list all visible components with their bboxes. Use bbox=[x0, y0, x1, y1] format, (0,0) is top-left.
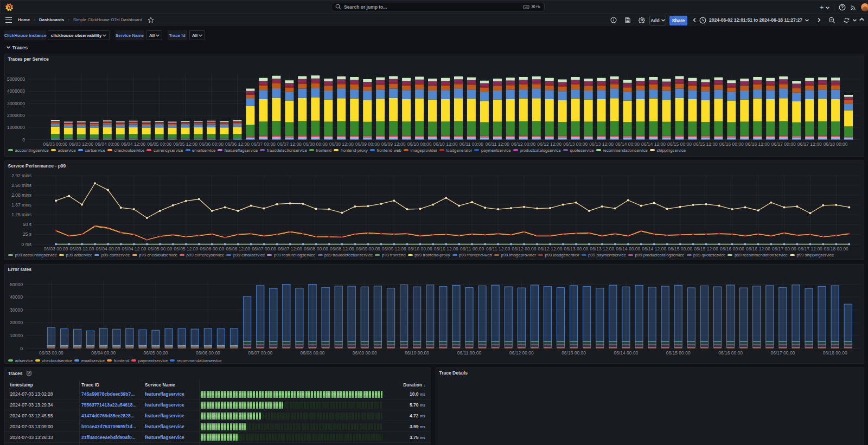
svg-text:06/05 12:00: 06/05 12:00 bbox=[174, 246, 198, 251]
svg-text:06/13 00:00: 06/13 00:00 bbox=[561, 350, 586, 356]
svg-text:06/05 12:00: 06/05 12:00 bbox=[173, 141, 197, 147]
svg-text:06/16 00:00: 06/16 00:00 bbox=[720, 246, 744, 251]
svg-text:06/06 00:00: 06/06 00:00 bbox=[199, 141, 224, 147]
svg-text:06/10 00:00: 06/10 00:00 bbox=[408, 246, 432, 251]
svg-text:5000000: 5000000 bbox=[7, 76, 25, 82]
svg-text:06/07 00:00: 06/07 00:00 bbox=[251, 141, 276, 147]
svg-text:06/14 12:00: 06/14 12:00 bbox=[642, 246, 666, 251]
svg-text:06/03 00:00: 06/03 00:00 bbox=[43, 141, 67, 147]
svg-text:06/06 12:00: 06/06 12:00 bbox=[225, 141, 250, 147]
svg-text:50000: 50000 bbox=[10, 282, 23, 287]
svg-text:06/12 00:00: 06/12 00:00 bbox=[512, 246, 537, 251]
svg-text:06/16 00:00: 06/16 00:00 bbox=[719, 141, 744, 147]
svg-text:06/13 00:00: 06/13 00:00 bbox=[563, 141, 588, 147]
svg-text:06/13 12:00: 06/13 12:00 bbox=[589, 141, 614, 147]
svg-text:06/09 00:00: 06/09 00:00 bbox=[356, 246, 380, 251]
svg-text:06/12 00:00: 06/12 00:00 bbox=[509, 350, 534, 356]
svg-text:2000000: 2000000 bbox=[7, 113, 25, 118]
svg-text:06/10 12:00: 06/10 12:00 bbox=[433, 141, 458, 147]
svg-text:06/14 00:00: 06/14 00:00 bbox=[614, 350, 638, 356]
svg-text:06/08 00:00: 06/08 00:00 bbox=[301, 350, 325, 356]
svg-text:06/06 00:00: 06/06 00:00 bbox=[196, 350, 220, 356]
svg-text:2.50 mins: 2.50 mins bbox=[11, 183, 31, 188]
svg-text:06/09 00:00: 06/09 00:00 bbox=[355, 141, 380, 147]
svg-text:06/05 00:00: 06/05 00:00 bbox=[147, 141, 171, 147]
svg-text:06/10 00:00: 06/10 00:00 bbox=[407, 141, 432, 147]
svg-text:06/15 12:00: 06/15 12:00 bbox=[693, 141, 718, 147]
svg-text:0: 0 bbox=[20, 346, 23, 351]
svg-text:06/07 12:00: 06/07 12:00 bbox=[277, 141, 302, 147]
svg-text:06/05 00:00: 06/05 00:00 bbox=[148, 246, 172, 251]
svg-text:06/07 12:00: 06/07 12:00 bbox=[278, 246, 302, 251]
svg-text:06/18 00:00: 06/18 00:00 bbox=[824, 246, 848, 251]
svg-text:06/17 12:00: 06/17 12:00 bbox=[797, 141, 822, 147]
svg-text:50 s: 50 s bbox=[23, 222, 31, 227]
svg-text:1000000: 1000000 bbox=[7, 125, 25, 130]
svg-text:06/04 12:00: 06/04 12:00 bbox=[122, 246, 146, 251]
svg-text:2.08 mins: 2.08 mins bbox=[11, 192, 31, 198]
svg-text:06/04 00:00: 06/04 00:00 bbox=[95, 141, 119, 147]
svg-text:06/08 12:00: 06/08 12:00 bbox=[330, 246, 354, 251]
svg-text:06/07 00:00: 06/07 00:00 bbox=[248, 350, 272, 356]
svg-text:06/09 12:00: 06/09 12:00 bbox=[382, 246, 406, 251]
svg-text:06/11 12:00: 06/11 12:00 bbox=[486, 246, 510, 251]
svg-text:06/14 12:00: 06/14 12:00 bbox=[641, 141, 666, 147]
svg-text:06/15 00:00: 06/15 00:00 bbox=[667, 141, 692, 147]
svg-text:06/18 00:00: 06/18 00:00 bbox=[823, 350, 847, 356]
svg-text:30000: 30000 bbox=[10, 307, 23, 313]
svg-text:06/17 12:00: 06/17 12:00 bbox=[798, 246, 822, 251]
svg-text:06/11 12:00: 06/11 12:00 bbox=[486, 141, 510, 147]
svg-text:06/17 00:00: 06/17 00:00 bbox=[771, 141, 796, 147]
svg-text:06/09 00:00: 06/09 00:00 bbox=[353, 350, 377, 356]
svg-text:06/14 00:00: 06/14 00:00 bbox=[616, 246, 640, 251]
svg-text:06/14 00:00: 06/14 00:00 bbox=[615, 141, 640, 147]
svg-text:06/03 00:00: 06/03 00:00 bbox=[39, 350, 63, 356]
svg-text:06/13 00:00: 06/13 00:00 bbox=[564, 246, 588, 251]
svg-text:06/06 00:00: 06/06 00:00 bbox=[200, 246, 224, 251]
svg-text:06/16 12:00: 06/16 12:00 bbox=[746, 246, 770, 251]
svg-text:06/04 00:00: 06/04 00:00 bbox=[96, 246, 120, 251]
svg-text:06/10 00:00: 06/10 00:00 bbox=[405, 350, 429, 356]
svg-text:25 s: 25 s bbox=[23, 231, 31, 237]
svg-text:06/03 12:00: 06/03 12:00 bbox=[69, 141, 93, 147]
svg-text:06/16 00:00: 06/16 00:00 bbox=[718, 350, 743, 356]
svg-text:06/11 00:00: 06/11 00:00 bbox=[460, 246, 484, 251]
svg-text:1.25 mins: 1.25 mins bbox=[11, 212, 31, 217]
svg-text:06/04 00:00: 06/04 00:00 bbox=[91, 350, 116, 356]
svg-text:06/17 00:00: 06/17 00:00 bbox=[772, 246, 796, 251]
svg-text:40000: 40000 bbox=[10, 294, 23, 300]
svg-text:06/12 00:00: 06/12 00:00 bbox=[511, 141, 535, 147]
svg-text:06/08 12:00: 06/08 12:00 bbox=[329, 141, 354, 147]
svg-text:06/06 12:00: 06/06 12:00 bbox=[226, 246, 250, 251]
svg-text:06/08 00:00: 06/08 00:00 bbox=[304, 246, 328, 251]
svg-text:06/08 00:00: 06/08 00:00 bbox=[303, 141, 328, 147]
svg-text:06/12 12:00: 06/12 12:00 bbox=[538, 246, 563, 251]
svg-text:06/09 12:00: 06/09 12:00 bbox=[381, 141, 406, 147]
svg-text:0 ms: 0 ms bbox=[22, 242, 31, 247]
svg-text:06/11 00:00: 06/11 00:00 bbox=[457, 350, 482, 356]
svg-text:06/07 00:00: 06/07 00:00 bbox=[252, 246, 276, 251]
svg-text:06/10 12:00: 06/10 12:00 bbox=[434, 246, 458, 251]
svg-text:06/13 12:00: 06/13 12:00 bbox=[590, 246, 614, 251]
svg-text:06/15 00:00: 06/15 00:00 bbox=[666, 350, 691, 356]
svg-text:06/03 00:00: 06/03 00:00 bbox=[44, 246, 68, 251]
svg-text:06/11 00:00: 06/11 00:00 bbox=[459, 141, 484, 147]
svg-text:06/03 12:00: 06/03 12:00 bbox=[70, 246, 94, 251]
svg-text:06/18 00:00: 06/18 00:00 bbox=[824, 141, 848, 147]
svg-text:06/16 12:00: 06/16 12:00 bbox=[745, 141, 770, 147]
svg-text:20000: 20000 bbox=[10, 320, 23, 325]
svg-text:06/17 00:00: 06/17 00:00 bbox=[770, 350, 795, 356]
svg-text:4000000: 4000000 bbox=[7, 88, 25, 94]
svg-text:1.67 mins: 1.67 mins bbox=[11, 202, 31, 208]
svg-text:06/15 00:00: 06/15 00:00 bbox=[668, 246, 692, 251]
svg-text:06/12 12:00: 06/12 12:00 bbox=[537, 141, 561, 147]
svg-text:06/05 00:00: 06/05 00:00 bbox=[144, 350, 168, 356]
svg-text:0: 0 bbox=[22, 137, 25, 143]
svg-text:3000000: 3000000 bbox=[7, 101, 25, 106]
svg-text:06/15 12:00: 06/15 12:00 bbox=[694, 246, 718, 251]
svg-text:06/04 12:00: 06/04 12:00 bbox=[121, 141, 145, 147]
svg-text:10000: 10000 bbox=[10, 333, 23, 338]
svg-text:2.92 mins: 2.92 mins bbox=[11, 173, 31, 178]
